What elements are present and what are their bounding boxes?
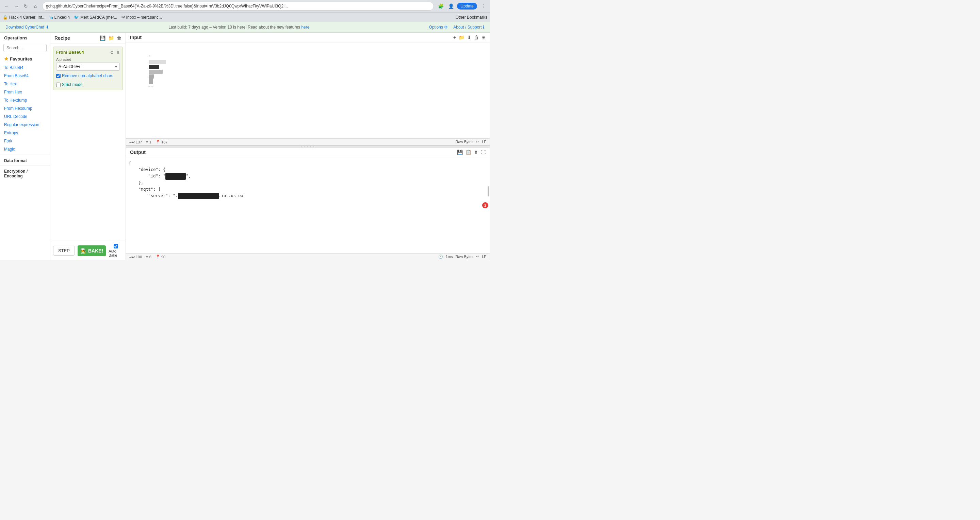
reload-button[interactable]: ↻: [22, 2, 30, 10]
bookmark-twitter[interactable]: 🐦Mert SARICA (mer...: [74, 15, 118, 20]
input-add-icon[interactable]: +: [453, 35, 456, 40]
bookmark-hack4career[interactable]: 🔒Hack 4 Career. Inf...: [3, 15, 46, 20]
sidebar-item-magic[interactable]: Magic: [0, 145, 50, 153]
remove-non-alphabet-label[interactable]: Remove non-alphabet chars: [56, 73, 113, 78]
sidebar-item-from-hex[interactable]: From Hex: [0, 88, 50, 96]
output-save-icon[interactable]: 💾: [457, 149, 463, 155]
sidebar-item-regex[interactable]: Regular expression: [0, 120, 50, 129]
sidebar-item-url-decode[interactable]: URL Decode: [0, 113, 50, 120]
lines-icon: ≡: [146, 140, 148, 144]
output-chars-icon: 𝓌𝓈𝓬: [129, 255, 135, 259]
about-link[interactable]: About / Support ℹ: [453, 25, 485, 30]
output-raw-bytes[interactable]: Raw Bytes: [456, 255, 474, 259]
recipe-folder-icon[interactable]: 📁: [108, 35, 114, 41]
output-newline-type: LF: [482, 255, 486, 259]
output-chars-count: 𝓌𝓈𝓬 100: [129, 255, 142, 259]
output-time: 🕐: [438, 255, 443, 259]
home-button[interactable]: ⌂: [31, 2, 40, 10]
chars-count: 𝓌𝓈𝓬 137: [129, 140, 142, 144]
output-line-3: "id": " ",: [129, 173, 487, 179]
auto-bake-checkbox[interactable]: [114, 244, 118, 249]
output-pos-indicator: 📍 90: [156, 255, 165, 259]
options-link[interactable]: Options ⚙: [429, 25, 448, 30]
sidebar-item-from-base64[interactable]: From Base64: [0, 72, 50, 80]
input-layout-icon[interactable]: ⊞: [482, 35, 485, 40]
output-content: { "device": { "id": " ", }, "mqtt": { "s…: [126, 157, 490, 253]
encryption-category: Encryption / Encoding: [0, 167, 50, 179]
bake-button[interactable]: 👨‍🍳 BAKE!: [78, 246, 106, 256]
nav-buttons: ← → ↻ ⌂: [3, 2, 40, 10]
download-cyberchef[interactable]: Download CyberChef ⬇: [5, 25, 49, 30]
strict-mode-label[interactable]: Strict mode: [56, 82, 83, 87]
input-text: ": [148, 55, 151, 59]
recipe-footer: STEP 👨‍🍳 BAKE! Auto Bake: [50, 241, 126, 260]
back-button[interactable]: ←: [3, 2, 11, 10]
input-trash-icon[interactable]: 🗑: [474, 35, 479, 40]
recipe-save-icon[interactable]: 💾: [100, 35, 105, 41]
recipe-panel: Recipe 💾 📁 🗑 From Base64 ⊘ ⏸ Alphabet: [50, 33, 126, 260]
sidebar-item-entropy[interactable]: Entropy: [0, 129, 50, 137]
sidebar-item-from-hexdump[interactable]: From Hexdump: [0, 104, 50, 113]
alphabet-label: Alphabet: [56, 57, 120, 62]
sidebar-item-to-hex[interactable]: To Hex: [0, 80, 50, 88]
output-export-icon[interactable]: ⬆: [474, 149, 478, 155]
sidebar-item-fork[interactable]: Fork: [0, 137, 50, 145]
notification-right: Options ⚙ About / Support ℹ: [429, 25, 485, 30]
search-area: [0, 42, 50, 54]
statusbar-left: 𝓌𝓈𝓬 137 ≡ 1 📍 137: [129, 140, 167, 144]
scrollbar[interactable]: [488, 186, 489, 197]
forward-button[interactable]: →: [12, 2, 21, 10]
output-expand-icon[interactable]: ⛶: [481, 149, 485, 155]
input-import-icon[interactable]: ⬇: [467, 35, 471, 40]
bookmark-inbox[interactable]: ✉Inbox – mert.saric...: [121, 15, 162, 20]
profile-icon[interactable]: 👤: [447, 2, 455, 10]
favourites-section: ★ Favourites: [0, 54, 50, 63]
step-button[interactable]: STEP: [53, 246, 75, 255]
pause-op-icon[interactable]: ⏸: [116, 50, 120, 55]
output-title: Output: [130, 149, 146, 155]
lines-count: ≡ 1: [146, 140, 151, 144]
main-layout: Operations ★ Favourites To Base64 From B…: [0, 33, 490, 260]
output-line-6: "server": ". .iot.us-ea: [129, 193, 487, 199]
remove-non-alphabet-checkbox[interactable]: [56, 74, 60, 78]
recipe-header: Recipe 💾 📁 🗑: [50, 33, 126, 44]
address-bar[interactable]: gchq.github.io/CyberChef/#recipe=From_Ba…: [42, 2, 434, 11]
extensions-icon[interactable]: 🧩: [437, 2, 445, 10]
input-content[interactable]: " ==: [126, 43, 490, 138]
strict-mode-checkbox[interactable]: [56, 82, 60, 87]
input-block-2: [149, 65, 159, 69]
bookmark-linkedin[interactable]: inLinkedIn: [50, 15, 70, 20]
recipe-title: Recipe: [54, 35, 70, 41]
redacted-id: [165, 173, 186, 179]
auto-bake-area: Auto Bake: [108, 244, 123, 257]
input-equals: ==: [148, 84, 153, 89]
output-pos-icon: 📍: [156, 255, 160, 259]
alphabet-select[interactable]: A-Za-z0-9+/=: [56, 63, 120, 71]
sidebar-divider: [0, 155, 50, 155]
newline-type: LF: [482, 140, 486, 144]
input-header: Input + 📁 ⬇ 🗑 ⊞: [126, 33, 490, 43]
output-line-5: "mqtt": {: [129, 186, 487, 193]
update-button[interactable]: Update: [457, 3, 477, 10]
version-link[interactable]: here: [301, 25, 309, 30]
recipe-trash-icon[interactable]: 🗑: [117, 35, 121, 41]
recipe-header-icons: 💾 📁 🗑: [100, 35, 121, 41]
sidebar-item-to-base64[interactable]: To Base64: [0, 63, 50, 72]
disable-op-icon[interactable]: ⊘: [110, 50, 114, 55]
operations-header[interactable]: Operations: [0, 33, 50, 42]
search-input[interactable]: [3, 44, 47, 52]
input-title: Input: [130, 35, 142, 40]
input-folder-icon[interactable]: 📁: [459, 35, 465, 40]
output-statusbar-right: 🕐 1ms Raw Bytes ↵ LF: [438, 255, 486, 259]
output-statusbar: 𝓌𝓈𝓬 100 ≡ 6 📍 90 🕐 1ms Raw Bytes: [126, 253, 490, 260]
output-copy-icon[interactable]: 📋: [466, 149, 471, 155]
pos-icon: 📍: [156, 140, 160, 144]
menu-icon[interactable]: ⋮: [479, 2, 487, 10]
output-lines-count: ≡ 6: [146, 255, 151, 259]
other-bookmarks[interactable]: Other Bookmarks: [456, 15, 487, 20]
input-section: Input + 📁 ⬇ 🗑 ⊞ " ==: [126, 33, 490, 146]
remove-non-alphabet-text: Remove non-alphabet chars: [62, 73, 113, 78]
raw-bytes-btn[interactable]: Raw Bytes: [456, 140, 474, 144]
sidebar-item-to-hexdump[interactable]: To Hexdump: [0, 96, 50, 104]
sidebar: Operations ★ Favourites To Base64 From B…: [0, 33, 50, 260]
